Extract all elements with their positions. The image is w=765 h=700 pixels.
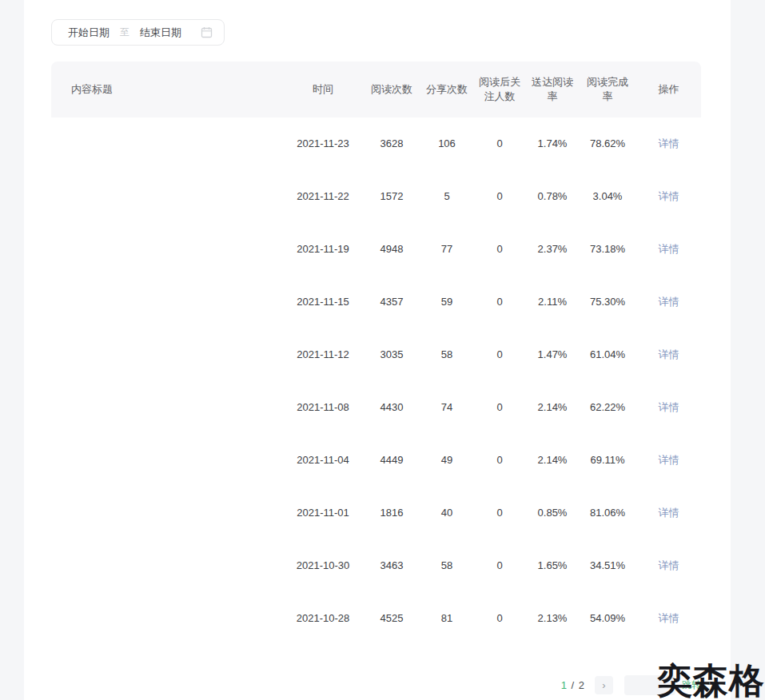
cell-read-count: 4948 <box>363 242 420 257</box>
detail-link[interactable]: 详情 <box>659 454 679 466</box>
page-separator: / <box>572 679 576 691</box>
table-header-row: 内容标题 时间 阅读次数 分享次数 阅读后关注人数 送达阅读率 阅读完成率 操作 <box>51 62 701 117</box>
table-body: 2021-11-23 3628 106 0 1.74% 78.62% 详情 20… <box>51 117 701 645</box>
cell-share-count: 77 <box>420 242 473 257</box>
cell-delivery-read-rate: 2.37% <box>526 242 579 257</box>
cell-share-count: 5 <box>420 189 473 204</box>
cell-follow-after-read: 0 <box>473 295 526 309</box>
header-delivery-read-rate: 送达阅读率 <box>526 75 579 104</box>
cell-time: 2021-11-22 <box>283 189 363 204</box>
cell-share-count: 74 <box>420 400 473 415</box>
table-row: 2021-11-12 3035 58 0 1.47% 61.04% 详情 <box>51 328 701 381</box>
cell-action: 详情 <box>636 611 701 626</box>
cell-delivery-read-rate: 0.85% <box>526 506 579 520</box>
cell-follow-after-read: 0 <box>473 400 526 415</box>
cell-follow-after-read: 0 <box>473 453 526 467</box>
cell-read-completion-rate: 54.09% <box>579 611 636 626</box>
cell-share-count: 58 <box>420 348 473 362</box>
cell-share-count: 58 <box>420 559 473 573</box>
cell-read-count: 4430 <box>363 400 420 415</box>
content-panel: 开始日期 至 结束日期 内容标题 时间 阅读次数 分享次数 阅读后关注人数 送达… <box>24 0 731 700</box>
header-follow-after-read: 阅读后关注人数 <box>473 75 526 104</box>
date-range-separator: 至 <box>120 26 129 39</box>
detail-link[interactable]: 详情 <box>659 348 679 360</box>
header-content-title: 内容标题 <box>51 82 283 97</box>
cell-read-completion-rate: 61.04% <box>579 348 636 362</box>
table-row: 2021-11-19 4948 77 0 2.37% 73.18% 详情 <box>51 223 701 276</box>
cell-follow-after-read: 0 <box>473 189 526 204</box>
cell-share-count: 59 <box>420 295 473 309</box>
chevron-right-icon: › <box>602 679 605 691</box>
cell-time: 2021-11-12 <box>283 348 363 362</box>
header-time: 时间 <box>283 82 363 97</box>
page-indicator: 1 / 2 <box>561 679 585 691</box>
end-date-input[interactable]: 结束日期 <box>140 26 181 40</box>
detail-link[interactable]: 详情 <box>659 243 679 255</box>
cell-action: 详情 <box>636 453 701 467</box>
next-page-button[interactable]: › <box>595 676 613 694</box>
cell-delivery-read-rate: 1.47% <box>526 348 579 362</box>
cell-delivery-read-rate: 2.14% <box>526 400 579 415</box>
table-row: 2021-11-04 4449 49 0 2.14% 69.11% 详情 <box>51 434 701 487</box>
cell-read-count: 4357 <box>363 295 420 309</box>
cell-time: 2021-10-28 <box>283 611 363 626</box>
page-jump-button[interactable]: 跳转 <box>682 678 701 692</box>
cell-share-count: 106 <box>420 137 473 151</box>
cell-time: 2021-10-30 <box>283 559 363 573</box>
header-read-count: 阅读次数 <box>363 82 420 97</box>
page-jump-input[interactable] <box>624 675 675 695</box>
pagination: 1 / 2 › 跳转 <box>51 675 701 694</box>
date-range-picker[interactable]: 开始日期 至 结束日期 <box>51 19 225 46</box>
cell-action: 详情 <box>636 506 701 520</box>
cell-follow-after-read: 0 <box>473 348 526 362</box>
cell-read-completion-rate: 69.11% <box>579 453 636 467</box>
stats-table: 内容标题 时间 阅读次数 分享次数 阅读后关注人数 送达阅读率 阅读完成率 操作… <box>51 62 701 645</box>
cell-read-completion-rate: 3.04% <box>579 189 636 204</box>
cell-action: 详情 <box>636 348 701 362</box>
detail-link[interactable]: 详情 <box>659 190 679 202</box>
cell-follow-after-read: 0 <box>473 242 526 257</box>
cell-time: 2021-11-08 <box>283 400 363 415</box>
detail-link[interactable]: 详情 <box>659 401 679 413</box>
cell-time: 2021-11-19 <box>283 242 363 257</box>
table-row: 2021-10-28 4525 81 0 2.13% 54.09% 详情 <box>51 592 701 645</box>
cell-action: 详情 <box>636 137 701 151</box>
cell-follow-after-read: 0 <box>473 137 526 151</box>
cell-share-count: 49 <box>420 453 473 467</box>
cell-share-count: 81 <box>420 611 473 626</box>
table-row: 2021-11-01 1816 40 0 0.85% 81.06% 详情 <box>51 487 701 539</box>
cell-read-completion-rate: 34.51% <box>579 559 636 573</box>
total-pages: 2 <box>579 679 585 691</box>
detail-link[interactable]: 详情 <box>659 559 679 571</box>
detail-link[interactable]: 详情 <box>659 612 679 624</box>
current-page: 1 <box>561 679 568 691</box>
cell-read-completion-rate: 73.18% <box>579 242 636 257</box>
cell-read-count: 4449 <box>363 453 420 467</box>
cell-action: 详情 <box>636 189 701 204</box>
cell-delivery-read-rate: 1.65% <box>526 559 579 573</box>
table-row: 2021-11-15 4357 59 0 2.11% 75.30% 详情 <box>51 276 701 328</box>
detail-link[interactable]: 详情 <box>659 296 679 308</box>
cell-time: 2021-11-01 <box>283 506 363 520</box>
cell-read-count: 1572 <box>363 189 420 204</box>
header-action: 操作 <box>636 82 701 97</box>
table-row: 2021-10-30 3463 58 0 1.65% 34.51% 详情 <box>51 539 701 592</box>
cell-read-completion-rate: 75.30% <box>579 295 636 309</box>
cell-follow-after-read: 0 <box>473 611 526 626</box>
cell-delivery-read-rate: 2.14% <box>526 453 579 467</box>
cell-delivery-read-rate: 0.78% <box>526 189 579 204</box>
cell-follow-after-read: 0 <box>473 559 526 573</box>
cell-read-completion-rate: 81.06% <box>579 506 636 520</box>
cell-action: 详情 <box>636 559 701 573</box>
cell-action: 详情 <box>636 242 701 257</box>
calendar-icon[interactable] <box>201 26 213 38</box>
header-share-count: 分享次数 <box>420 82 473 97</box>
cell-read-completion-rate: 62.22% <box>579 400 636 415</box>
detail-link[interactable]: 详情 <box>659 137 679 149</box>
start-date-input[interactable]: 开始日期 <box>68 26 110 40</box>
cell-share-count: 40 <box>420 506 473 520</box>
cell-delivery-read-rate: 1.74% <box>526 137 579 151</box>
cell-action: 详情 <box>636 295 701 309</box>
cell-read-count: 1816 <box>363 506 420 520</box>
detail-link[interactable]: 详情 <box>659 507 679 519</box>
